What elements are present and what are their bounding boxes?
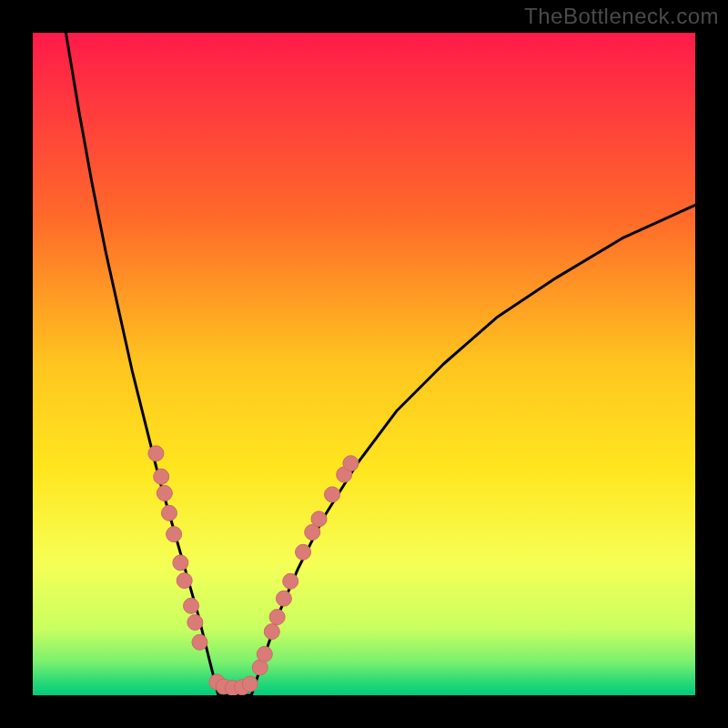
chart-container: TheBottleneck.com	[0, 0, 728, 728]
data-dot	[264, 624, 279, 640]
plot-svg	[33, 33, 695, 695]
data-dot	[148, 446, 164, 461]
data-dot	[296, 544, 311, 560]
plot-area	[33, 33, 695, 695]
gradient-background	[33, 33, 695, 695]
data-dot	[269, 610, 285, 625]
data-dot	[161, 505, 177, 521]
data-dot	[311, 511, 327, 527]
data-dot	[257, 646, 272, 662]
data-dot	[343, 456, 359, 471]
data-dot	[167, 527, 182, 542]
data-dot	[183, 598, 198, 613]
data-dot	[276, 591, 291, 606]
data-dot	[154, 469, 169, 484]
data-dot	[283, 573, 298, 589]
data-dot	[177, 573, 192, 589]
watermark-text: TheBottleneck.com	[524, 4, 719, 29]
data-dot	[325, 487, 340, 502]
data-dot	[187, 614, 203, 630]
data-dot	[192, 634, 207, 650]
data-dot	[173, 555, 188, 571]
data-dot	[242, 676, 258, 692]
data-dot	[157, 485, 172, 500]
